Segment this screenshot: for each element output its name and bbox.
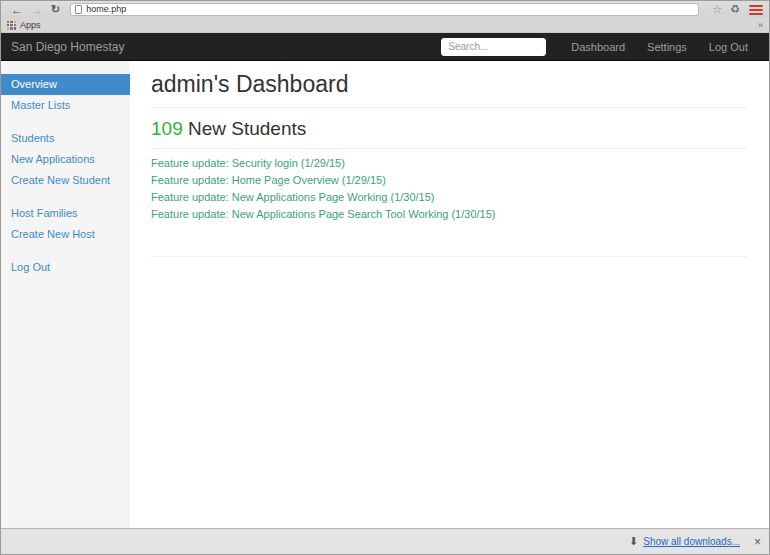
feature-update-link[interactable]: Feature update: New Applications Page Wo…	[151, 192, 747, 203]
bookmark-star-icon[interactable]: ☆	[712, 3, 722, 16]
sidebar-item-master-lists[interactable]: Master Lists	[1, 95, 130, 116]
sidebar-item-create-new-student[interactable]: Create New Student	[1, 170, 130, 191]
sidebar-item-students[interactable]: Students	[1, 128, 130, 149]
feature-updates-list: Feature update: Security login (1/29/15)…	[151, 158, 747, 220]
sidebar-item-host-families[interactable]: Host Families	[1, 203, 130, 224]
sidebar-item-create-new-host[interactable]: Create New Host	[1, 224, 130, 245]
divider	[151, 256, 747, 257]
sidebar-group: Host Families Create New Host	[1, 203, 130, 245]
apps-label[interactable]: Apps	[20, 20, 41, 30]
new-students-stat: 109 New Students	[151, 118, 747, 149]
feature-update-link[interactable]: Feature update: New Applications Page Se…	[151, 209, 747, 220]
sidebar-group: Students New Applications Create New Stu…	[1, 128, 130, 191]
nav-link-logout[interactable]: Log Out	[698, 41, 759, 53]
forward-icon[interactable]: →	[31, 4, 43, 16]
sidebar-group: Overview Master Lists	[1, 74, 130, 116]
apps-grid-icon[interactable]	[7, 21, 16, 30]
bookmarks-bar: Apps »	[1, 18, 769, 33]
nav-link-dashboard[interactable]: Dashboard	[560, 41, 636, 53]
download-arrow-icon: ⬇	[629, 535, 638, 548]
back-icon[interactable]: ←	[11, 4, 23, 16]
sidebar-item-logout[interactable]: Log Out	[1, 257, 130, 278]
address-bar[interactable]: home.php	[70, 3, 699, 16]
stat-number: 109	[151, 118, 183, 139]
main-panel: admin's Dashboard 109 New Students Featu…	[130, 61, 769, 528]
page-icon	[75, 5, 82, 14]
refresh-icon[interactable]: ↻	[51, 4, 60, 15]
browser-window: ← → ↻ home.php ☆ ♻ Apps » San Diego Home…	[0, 0, 770, 555]
sidebar-item-new-applications[interactable]: New Applications	[1, 149, 130, 170]
page-title: admin's Dashboard	[151, 71, 747, 108]
browser-menu-icon[interactable]	[749, 5, 763, 15]
brand[interactable]: San Diego Homestay	[11, 40, 124, 54]
navbar-right: Dashboard Settings Log Out	[441, 38, 759, 56]
site-navbar: San Diego Homestay Dashboard Settings Lo…	[1, 33, 769, 61]
sidebar-item-overview[interactable]: Overview	[1, 74, 130, 95]
sidebar-group: Log Out	[1, 257, 130, 278]
url-text[interactable]: home.php	[86, 5, 126, 14]
feature-update-link[interactable]: Feature update: Security login (1/29/15)	[151, 158, 747, 169]
search-input[interactable]	[441, 38, 546, 56]
sidebar: Overview Master Lists Students New Appli…	[1, 61, 130, 528]
show-all-downloads-link[interactable]: Show all downloads...	[643, 536, 740, 547]
stat-label: New Students	[183, 118, 307, 139]
download-bar-close-icon[interactable]: ×	[754, 536, 761, 548]
browser-toolbar: ← → ↻ home.php ☆ ♻	[1, 1, 769, 18]
download-bar: ⬇ Show all downloads... ×	[1, 528, 769, 554]
extension-icon[interactable]: ♻	[730, 3, 740, 16]
feature-update-link[interactable]: Feature update: Home Page Overview (1/29…	[151, 175, 747, 186]
content-area: Overview Master Lists Students New Appli…	[1, 61, 769, 528]
bookmarks-overflow-icon[interactable]: »	[758, 20, 763, 30]
nav-link-settings[interactable]: Settings	[636, 41, 698, 53]
